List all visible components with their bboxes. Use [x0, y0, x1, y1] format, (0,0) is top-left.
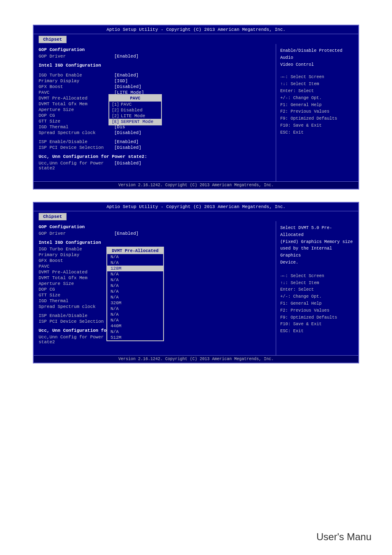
sidebar-enter-1: Enter: Select: [280, 88, 354, 95]
sidebar-select-item-1: ↑↓: Select Item: [280, 81, 354, 88]
gop-config-title-2: GOP Configuration: [39, 224, 271, 229]
dvmt-opt-128m[interactable]: 128M: [107, 266, 163, 271]
igd-config-title-1: Intel IGD Configuration: [39, 63, 271, 68]
spread-spectrum-label-1: Spread Spectrum clock: [39, 130, 113, 135]
pavc-option-disabled[interactable]: [2] Disabled: [109, 107, 161, 113]
sidebar-f9-2: F9: Optimized Defaults: [280, 314, 354, 321]
igd-turbo-label-2: IGD Turbo Enable: [39, 247, 113, 252]
spread-spectrum-value-1: [Disabled]: [113, 130, 141, 135]
sidebar-select-item-2: ↑↓: Select Item: [280, 280, 354, 287]
bios-header-2: Aptio Setup Utility - Copyright (C) 2013…: [34, 203, 358, 211]
dvmt-pre-label-2: DVMT Pre-Allocated: [39, 270, 113, 275]
ucc-unn-label-1: Ucc,Unn Config for Power state2: [39, 161, 113, 171]
gtt-size-label-2: GTT Size: [39, 293, 113, 298]
bios-footer-1: Version 2.16.1242. Copyright (C) 2013 Am…: [34, 181, 358, 189]
sidebar-f2-2: F2: Previous Values: [280, 307, 354, 314]
bios-footer-2: Version 2.16.1242. Copyright (C) 2013 Am…: [34, 355, 358, 363]
primary-display-label-1: Primary Display: [39, 79, 113, 83]
dvmt-opt-na4[interactable]: N/A: [107, 277, 163, 283]
bios-sidebar-1: Enable/Disable Protected AudioVideo Cont…: [276, 44, 358, 181]
isp-enable-label-1: ISP Enable/Disable: [39, 139, 113, 144]
sidebar-select-screen-2: →←: Select Screen: [280, 273, 354, 280]
pavc-option-serpent[interactable]: [E] SERPENT Mode: [109, 119, 161, 125]
gop-driver-value-1: [Enabled]: [113, 54, 138, 59]
dvmt-total-label-2: DVMT Total Gfx Mem: [39, 275, 113, 280]
bios-main-1: GOP Configuration GOP Driver [Enabled] I…: [34, 44, 276, 181]
sidebar-f2-1: F2: Previous Values: [280, 108, 354, 115]
dvmt-opt-na10[interactable]: N/A: [107, 317, 163, 323]
igd-turbo-label-1: IGD Turbo Enable: [39, 73, 113, 78]
sidebar-f1-1: F1: General Help: [280, 102, 354, 109]
bios-tab-2[interactable]: Chipset: [39, 213, 67, 220]
ucc-unn-row-1: Ucc,Unn Config for Power state2 [Disable…: [39, 161, 271, 171]
sidebar-help-text-2: Select DVMT 5.0 Pre-Allocated(Fixed) Gra…: [280, 224, 354, 335]
sidebar-change-opt-1: +/-: Change Opt.: [280, 95, 354, 102]
sidebar-esc-1: ESC: Exit: [280, 129, 354, 136]
isp-enable-row-1: ISP Enable/Disable [Enabled]: [39, 139, 271, 144]
spread-spectrum-row-1: Spread Spectrum clock [Disabled]: [39, 130, 271, 135]
pavc-label-1: PAVC: [39, 90, 113, 95]
dvmt-opt-na11[interactable]: N/A: [107, 329, 163, 335]
spread-spectrum-label-2: Spread Spectrum clock: [39, 304, 113, 309]
dvmt-opt-na3[interactable]: N/A: [107, 271, 163, 277]
dvmt-dropdown-2[interactable]: DVMT Pre-Allocated N/A N/A 128M N/A N/A …: [106, 247, 164, 341]
gfx-boost-label-1: GFX Boost: [39, 84, 113, 89]
pavc-option-pavc[interactable]: [1] PAVC: [109, 102, 161, 107]
gfx-boost-value-1: [Disabled]: [113, 84, 141, 89]
gfx-boost-label-2: GFX Boost: [39, 258, 113, 263]
sidebar-enter-2: Enter: Select: [280, 286, 354, 293]
dvmt-opt-512m[interactable]: 512M: [107, 335, 163, 340]
gop-driver-value-2: [Enabled]: [113, 231, 138, 236]
gfx-boost-row-1: GFX Boost [Disabled]: [39, 84, 271, 89]
pavc-dropdown-1[interactable]: PAVC [1] PAVC [2] Disabled [2] LITE Mode: [108, 94, 162, 125]
sidebar-select-screen-1: →←: Select Screen: [280, 74, 354, 81]
dvmt-opt-na7[interactable]: N/A: [107, 294, 163, 300]
primary-display-value-1: [IGD]: [113, 79, 128, 83]
isp-enable-label-2: ISP Enable/Disable: [39, 313, 113, 318]
dvmt-opt-na1[interactable]: N/A: [107, 254, 163, 260]
bios-panel-2: Aptio Setup Utility - Copyright (C) 2013…: [33, 202, 359, 363]
dvmt-opt-na2[interactable]: N/A: [107, 260, 163, 266]
bios-tab-1[interactable]: Chipset: [39, 36, 67, 43]
pavc-option-lite[interactable]: [2] LITE Mode: [109, 113, 161, 119]
primary-display-row-1: Primary Display [IGD]: [39, 79, 271, 83]
dvmt-opt-320m[interactable]: 320M: [107, 300, 163, 306]
isp-pci-label-2: ISP PCI Device Selection: [39, 319, 113, 324]
dvmt-opt-440m[interactable]: 440M: [107, 323, 163, 329]
sidebar-main-text-1: Enable/Disable Protected AudioVideo Cont…: [280, 47, 354, 68]
pavc-label-2: PAVC: [39, 264, 113, 269]
sidebar-f10-2: F10: Save & Exit: [280, 321, 354, 328]
isp-pci-label-1: ISP PCI Device Selection: [39, 145, 113, 150]
aperture-label-1: Aperture Size: [39, 107, 113, 112]
sidebar-f9-1: F9: Optimized Defaults: [280, 115, 354, 122]
bios-main-2: GOP Configuration GOP Driver [Enabled] I…: [34, 221, 276, 355]
gop-driver-label-2: GOP Driver: [39, 231, 113, 236]
dvmt-opt-na9[interactable]: N/A: [107, 312, 163, 317]
bios-header-1: Aptio Setup Utility - Copyright (C) 2013…: [34, 25, 358, 34]
aperture-label-2: Aperture Size: [39, 281, 113, 286]
dvmt-opt-na8[interactable]: N/A: [107, 306, 163, 312]
igd-turbo-value-1: [Enabled]: [113, 73, 138, 78]
bios-sidebar-2: Select DVMT 5.0 Pre-Allocated(Fixed) Gra…: [276, 221, 358, 355]
igd-config-title-2: Intel IGD Configuration: [39, 240, 271, 245]
dop-cg-label-1: DOP CG: [39, 113, 113, 118]
sidebar-main-text-2: Select DVMT 5.0 Pre-Allocated(Fixed) Gra…: [280, 224, 354, 266]
users-manu-text: User's Manu: [316, 531, 371, 543]
sidebar-esc-2: ESC: Exit: [280, 328, 354, 335]
isp-pci-row-1: ISP PCI Device Selection [Disabled]: [39, 145, 271, 150]
dvmt-opt-na6[interactable]: N/A: [107, 289, 163, 294]
gtt-size-label-1: GTT Size: [39, 119, 113, 124]
gop-driver-label-1: GOP Driver: [39, 54, 113, 59]
isp-pci-value-1: [Disabled]: [113, 145, 141, 150]
dvmt-pre-label-1: DVMT Pre-Allocated: [39, 96, 113, 101]
gop-driver-row-2: GOP Driver [Enabled]: [39, 231, 271, 236]
bios-panel-1: Aptio Setup Utility - Copyright (C) 2013…: [33, 25, 359, 190]
sidebar-help-text-1: Enable/Disable Protected AudioVideo Cont…: [280, 47, 354, 136]
dvmt-opt-na5[interactable]: N/A: [107, 283, 163, 289]
igd-thermal-label-2: IGD Thermal: [39, 298, 113, 303]
gop-driver-row-1: GOP Driver [Enabled]: [39, 54, 271, 59]
sidebar-change-opt-2: +/-: Change Opt.: [280, 293, 354, 300]
ucc-unn-label-2: Ucc,Unn Config for Power state2: [39, 335, 113, 345]
pavc-dropdown-title-1: PAVC: [109, 95, 161, 102]
dvmt-dropdown-title-2: DVMT Pre-Allocated: [107, 247, 163, 254]
